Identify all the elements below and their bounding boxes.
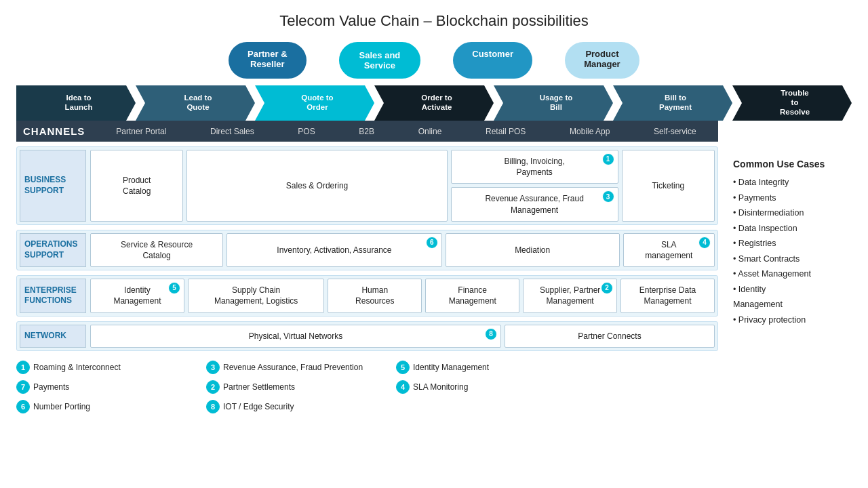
- legend-1: 1 Roaming & Interconnect: [16, 361, 206, 374]
- steps-row: Idea toLaunch Lead toQuote Quote toOrder…: [16, 85, 852, 121]
- enterprise-functions-row: ENTERPRISEFUNCTIONS 5 IdentityManagement…: [16, 275, 718, 316]
- cell-billing: 1 Billing, Invoicing,Payments: [451, 150, 618, 184]
- badge-3: 3: [602, 190, 614, 203]
- right-panel: Common Use Cases Data Integrity Payments…: [726, 121, 852, 417]
- cell-sales-ordering: Sales & Ordering: [186, 150, 447, 222]
- channel-pos: POS: [295, 127, 317, 136]
- use-case-registries: Registries: [733, 236, 852, 251]
- use-case-smart-contracts: Smart Contracts: [733, 251, 852, 267]
- cell-enterprise-data: Enterprise DataManagement: [620, 279, 715, 312]
- use-case-payments: Payments: [733, 190, 852, 206]
- channels-label: CHANNELS: [23, 125, 94, 137]
- channel-direct-sales: Direct Sales: [208, 127, 257, 136]
- actor-customer: Customer: [453, 42, 532, 79]
- use-case-identity-management: IdentityManagement: [733, 282, 852, 312]
- step-quote-to-order: Quote toOrder: [255, 85, 374, 121]
- legend-badge-7: 7: [16, 380, 30, 394]
- step-order-to-activate: Order toActivate: [374, 85, 494, 121]
- operations-support-row: OPERATIONSSUPPORT Service & ResourceCata…: [16, 230, 718, 270]
- cell-inventory: 6 Inventory, Activation, Assurance: [226, 233, 442, 267]
- page-title: Telecom Value Chain – Blockchain possibi…: [16, 12, 852, 30]
- legend-badge-4: 4: [396, 380, 410, 394]
- badge-5: 5: [168, 282, 180, 294]
- cell-service-resource-catalog: Service & ResourceCatalog: [90, 233, 223, 267]
- legend-3: 3 Revenue Assurance, Fraud Prevention: [206, 361, 396, 374]
- legend-5: 5 Identity Management: [396, 361, 586, 374]
- business-support-row: BUSINESSSUPPORT ProductCatalog Sales & O…: [16, 146, 718, 225]
- network-label: NETWORK: [20, 325, 86, 348]
- legend-badge-3: 3: [206, 361, 220, 374]
- use-case-privacy: Privacy protection: [733, 312, 852, 328]
- legend-text-6: Number Porting: [33, 402, 90, 411]
- network-cells: 8 Physical, Virtual Networks Partner Con…: [90, 325, 715, 348]
- legend-text-4: SLA Monitoring: [413, 382, 468, 392]
- badge-1: 1: [602, 153, 614, 165]
- legend-badge-8: 8: [206, 400, 220, 413]
- step-usage-to-bill: Usage toBill: [494, 85, 613, 121]
- legend-7: 7 Payments: [16, 380, 206, 394]
- step-trouble-to-resolve: TroubletoResolve: [732, 85, 852, 121]
- cell-product-catalog: ProductCatalog: [90, 150, 183, 222]
- badge-4: 4: [698, 237, 711, 249]
- legend-8: 8 IOT / Edge Security: [206, 400, 396, 413]
- use-case-data-inspection: Data Inspection: [733, 221, 852, 237]
- legend-text-8: IOT / Edge Security: [223, 402, 294, 411]
- cell-ticketing: Ticketing: [622, 150, 715, 222]
- legend-text-7: Payments: [33, 382, 69, 392]
- main-content: CHANNELS Partner Portal Direct Sales POS…: [16, 121, 852, 417]
- channel-items: Partner Portal Direct Sales POS B2B Onli…: [94, 127, 718, 136]
- channel-mobile-app: Mobile App: [567, 127, 612, 136]
- enterprise-functions-label: ENTERPRISEFUNCTIONS: [20, 279, 86, 312]
- actor-partner: Partner &Reseller: [229, 42, 307, 79]
- channel-partner-portal: Partner Portal: [113, 127, 169, 136]
- actor-product-manager: ProductManager: [565, 42, 639, 79]
- operations-support-label: OPERATIONSSUPPORT: [20, 233, 86, 267]
- step-lead-to-quote: Lead toQuote: [136, 85, 255, 121]
- channel-b2b: B2B: [356, 127, 377, 136]
- cell-partner-connects: Partner Connects: [505, 325, 715, 348]
- enterprise-functions-cells: 5 IdentityManagement Supply ChainManagem…: [90, 279, 715, 312]
- cell-physical-networks: 8 Physical, Virtual Networks: [90, 325, 501, 348]
- actors-row: Partner &Reseller Sales andService Custo…: [16, 42, 852, 79]
- channel-self-service: Self-service: [651, 127, 699, 136]
- actor-sales: Sales andService: [339, 42, 421, 79]
- business-support-cells: ProductCatalog Sales & Ordering 1 Billin…: [90, 150, 715, 222]
- cell-finance: FinanceManagement: [425, 279, 519, 312]
- cell-identity-mgmt: 5 IdentityManagement: [90, 279, 184, 312]
- legend-text-1: Roaming & Interconnect: [33, 363, 121, 372]
- legend-badge-1: 1: [16, 361, 30, 374]
- operations-support-cells: Service & ResourceCatalog 6 Inventory, A…: [90, 233, 715, 267]
- cell-supply-chain: Supply ChainManagement, Logistics: [188, 279, 324, 312]
- network-row: NETWORK 8 Physical, Virtual Networks Par…: [16, 321, 718, 351]
- legend-text-3: Revenue Assurance, Fraud Prevention: [223, 363, 363, 372]
- badge-2: 2: [601, 282, 613, 294]
- step-bill-to-payment: Bill toPayment: [613, 85, 732, 121]
- step-idea-to-launch: Idea toLaunch: [16, 85, 136, 121]
- channels-bar: CHANNELS Partner Portal Direct Sales POS…: [16, 121, 718, 142]
- badge-6: 6: [426, 237, 438, 249]
- diagram: CHANNELS Partner Portal Direct Sales POS…: [16, 121, 718, 417]
- use-case-data-integrity: Data Integrity: [733, 175, 852, 190]
- use-cases-title: Common Use Cases: [733, 159, 852, 169]
- legend-2: 2 Partner Settlements: [206, 380, 396, 394]
- legend-4: 4 SLA Monitoring: [396, 380, 586, 394]
- badge-8: 8: [485, 328, 497, 340]
- legend-badge-6: 6: [16, 400, 30, 413]
- legend-badge-2: 2: [206, 380, 220, 394]
- cell-mediation: Mediation: [446, 233, 620, 267]
- legend-row: 1 Roaming & Interconnect 3 Revenue Assur…: [16, 361, 718, 417]
- use-case-asset-management: Asset Management: [733, 266, 852, 282]
- legend-badge-5: 5: [396, 361, 410, 374]
- cell-supplier: 2 Supplier, PartnerManagement: [523, 279, 617, 312]
- business-support-label: BUSINESSSUPPORT: [20, 150, 86, 222]
- channel-online: Online: [416, 127, 445, 136]
- channel-retail-pos: Retail POS: [483, 127, 528, 136]
- cell-revenue-assurance: 3 Revenue Assurance, FraudManagement: [451, 187, 618, 221]
- legend-text-2: Partner Settlements: [223, 382, 295, 392]
- cell-sla: 4 SLAmanagement: [623, 233, 715, 267]
- legend-text-5: Identity Management: [413, 363, 489, 372]
- use-cases-list: Data Integrity Payments Disintermediatio…: [733, 175, 852, 327]
- legend-6: 6 Number Porting: [16, 400, 206, 413]
- use-case-disintermediation: Disintermediation: [733, 205, 852, 221]
- cell-hr: HumanResources: [328, 279, 422, 312]
